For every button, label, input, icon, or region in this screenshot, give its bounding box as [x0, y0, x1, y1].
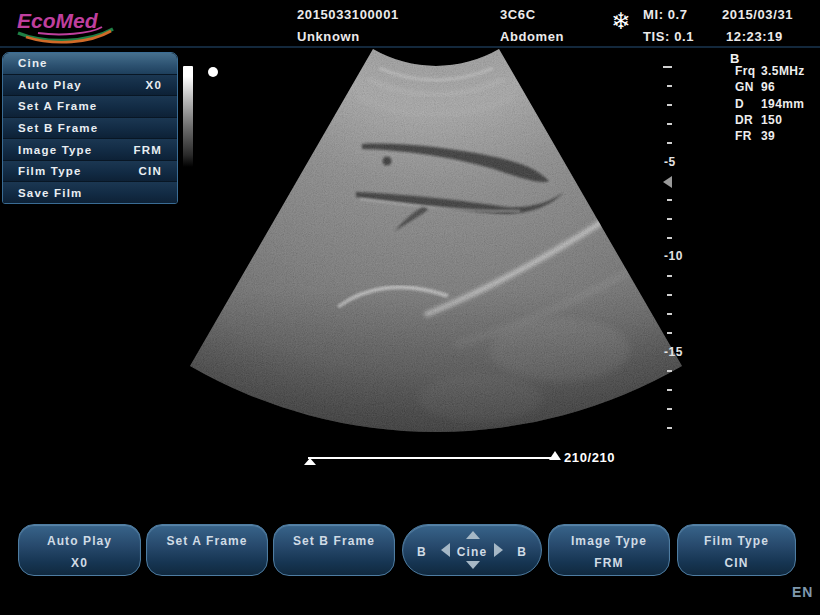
- patient-name: Unknown: [297, 29, 360, 44]
- freeze-icon: ❄: [604, 8, 638, 35]
- ruler-tick: [667, 389, 672, 391]
- ruler-tick: [667, 313, 672, 315]
- ruler-tick: [663, 66, 672, 68]
- menu-item-value: CIN: [139, 165, 162, 177]
- ruler-tick: [667, 218, 672, 220]
- depth-label-15: -15: [664, 345, 683, 359]
- cine-progress-line[interactable]: [308, 457, 557, 459]
- depth-label-5: -5: [664, 155, 676, 169]
- film-type-button[interactable]: Film Type CIN: [677, 524, 796, 576]
- menu-item-set-a-frame[interactable]: Set A Frame: [3, 96, 177, 118]
- chevron-down-icon[interactable]: [466, 561, 480, 569]
- menu-item-set-b-frame[interactable]: Set B Frame: [3, 118, 177, 140]
- trackball-cursor[interactable]: [208, 67, 218, 77]
- ruler-tick: [667, 123, 672, 125]
- grayscale-bar: [183, 66, 193, 167]
- ruler-tick: [667, 199, 672, 201]
- menu-item-label: Film Type: [18, 165, 82, 177]
- patient-id: 2015033100001: [297, 7, 399, 22]
- probe-model: 3C6C: [500, 7, 536, 22]
- param-fr: FR 39: [735, 128, 805, 144]
- ruler-tick: [667, 294, 672, 296]
- ruler-tick: [667, 104, 672, 106]
- param-frq: Frq 3.5MHz: [735, 63, 805, 79]
- language-indicator[interactable]: EN: [792, 584, 813, 600]
- menu-item-film-type[interactable]: Film Type CIN: [3, 161, 177, 183]
- param-dr: DR 150: [735, 112, 805, 128]
- cine-menu-panel: Cine Auto Play X0 Set A Frame Set B Fram…: [2, 52, 178, 204]
- menu-item-cine[interactable]: Cine: [3, 53, 177, 75]
- auto-play-button[interactable]: Auto Play X0: [18, 524, 141, 576]
- depth-label-10: -10: [664, 249, 683, 263]
- ruler-tick: [667, 142, 672, 144]
- menu-item-label: Cine: [18, 57, 48, 69]
- ultrasound-screen: EcoMed 2015033100001 Unknown 3C6C Abdome…: [0, 0, 820, 615]
- set-a-frame-button[interactable]: Set A Frame: [146, 524, 268, 576]
- cine-nav-control[interactable]: B Cine B: [402, 524, 542, 576]
- chevron-up-icon[interactable]: [466, 531, 480, 539]
- menu-item-label: Set A Frame: [18, 100, 97, 112]
- ruler-tick: [667, 275, 672, 277]
- menu-item-label: Set B Frame: [18, 122, 98, 134]
- menu-item-value: X0: [146, 79, 162, 91]
- cine-nav-b-right[interactable]: B: [517, 545, 527, 559]
- cine-playhead-icon[interactable]: [549, 451, 561, 460]
- param-gn: GN 96: [735, 79, 805, 95]
- ruler-tick: [667, 427, 672, 429]
- mi-value: MI: 0.7: [643, 7, 688, 22]
- menu-item-save-film[interactable]: Save Film: [3, 182, 177, 203]
- menu-item-label: Auto Play: [18, 79, 82, 91]
- image-parameters: Frq 3.5MHz GN 96 D 194mm DR 150 FR 39: [735, 63, 805, 144]
- menu-item-image-type[interactable]: Image Type FRM: [3, 139, 177, 161]
- menu-item-label: Image Type: [18, 144, 92, 156]
- param-d: D 194mm: [735, 96, 805, 112]
- ruler-tick: [667, 237, 672, 239]
- focus-marker-icon[interactable]: [663, 176, 672, 188]
- frame-counter: 210/210: [564, 450, 615, 465]
- date-text: 2015/03/31: [722, 7, 793, 22]
- tis-value: TIS: 0.1: [643, 29, 694, 44]
- time-text: 12:23:19: [726, 29, 783, 44]
- cine-start-marker-icon[interactable]: [304, 458, 316, 465]
- ruler-tick: [667, 332, 672, 334]
- set-b-frame-button[interactable]: Set B Frame: [273, 524, 395, 576]
- svg-text:EcoMed: EcoMed: [17, 9, 99, 32]
- image-type-button[interactable]: Image Type FRM: [548, 524, 670, 576]
- menu-item-label: Save Film: [18, 187, 83, 199]
- ruler-tick: [667, 85, 672, 87]
- ruler-tick: [667, 370, 672, 372]
- ecomed-logo: EcoMed: [10, 3, 130, 47]
- menu-item-value: FRM: [133, 144, 162, 156]
- exam-preset: Abdomen: [500, 29, 564, 44]
- menu-item-auto-play[interactable]: Auto Play X0: [3, 75, 177, 97]
- top-status-bar: EcoMed 2015033100001 Unknown 3C6C Abdome…: [0, 0, 820, 48]
- ruler-tick: [667, 408, 672, 410]
